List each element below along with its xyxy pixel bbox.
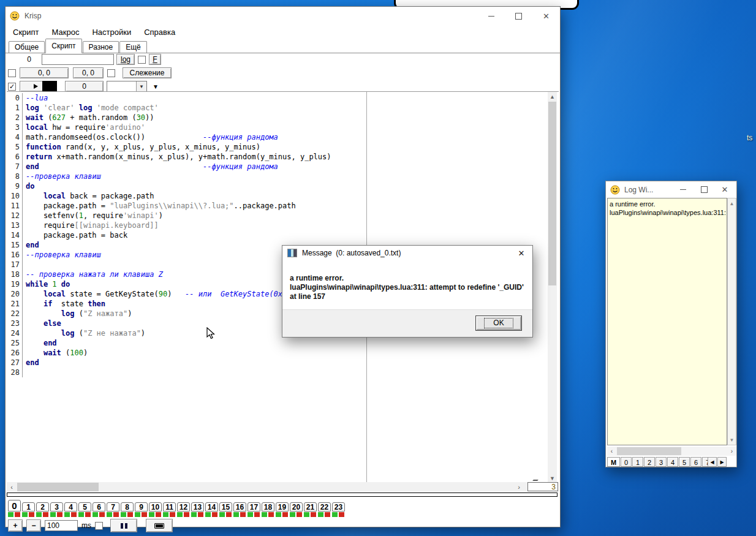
bottom-tab-2[interactable]: 2 bbox=[36, 502, 49, 511]
bottom-tab-6[interactable]: 6 bbox=[93, 502, 105, 511]
log-close-button[interactable]: ✕ bbox=[714, 181, 735, 198]
scroll-up-icon[interactable]: ▲ bbox=[548, 92, 557, 101]
vertical-scroll-thumb[interactable] bbox=[548, 102, 556, 285]
editor-vertical-scrollbar[interactable]: ▲ ▼ bbox=[548, 92, 557, 483]
macro-combobox[interactable]: ▼ bbox=[107, 81, 147, 92]
dialog-close-button[interactable]: ✕ bbox=[510, 246, 532, 260]
horizontal-scroll-thumb[interactable] bbox=[17, 483, 99, 491]
coord-button-2[interactable]: 0, 0 bbox=[73, 67, 104, 78]
scroll-left-icon[interactable]: ‹ bbox=[7, 482, 17, 492]
code-line[interactable]: 4math.randomseed(os.clock()) --функция р… bbox=[7, 132, 546, 142]
code-line[interactable]: 2wait (627 + math.random (30)) bbox=[7, 113, 546, 123]
bottom-tab-21[interactable]: 21 bbox=[304, 502, 317, 511]
plus-button[interactable]: + bbox=[8, 519, 23, 532]
bottom-tab-19[interactable]: 19 bbox=[276, 502, 289, 511]
maximize-button[interactable] bbox=[505, 7, 532, 25]
bottom-tab-5[interactable]: 5 bbox=[78, 502, 91, 511]
code-line[interactable]: 9do bbox=[7, 181, 546, 191]
f-button[interactable]: F bbox=[149, 54, 161, 65]
bottom-tab-8[interactable]: 8 bbox=[121, 502, 134, 511]
combobox-arrow-icon[interactable]: ▼ bbox=[136, 81, 146, 92]
editor-horizontal-scrollbar[interactable]: ‹ › 3 bbox=[7, 482, 559, 492]
log-tabs-prev-button[interactable]: ◀ bbox=[708, 457, 717, 467]
dialog-title-bar[interactable]: Message (0: autosaved_0.txt) ✕ bbox=[282, 246, 532, 260]
menu-script[interactable]: Скрипт bbox=[13, 28, 39, 37]
bottom-tab-0[interactable]: 0 bbox=[8, 500, 21, 511]
run-button[interactable] bbox=[20, 81, 57, 92]
loop-checkbox[interactable] bbox=[95, 522, 103, 530]
log-scroll-up-icon[interactable]: ▲ bbox=[728, 199, 736, 208]
log-scroll-right-icon[interactable]: › bbox=[727, 447, 736, 456]
bottom-tab-11[interactable]: 11 bbox=[163, 502, 176, 511]
code-line[interactable]: 1log 'clear' log 'mode compact' bbox=[7, 103, 546, 113]
coord1-checkbox[interactable] bbox=[8, 69, 16, 77]
log-tab-0[interactable]: 0 bbox=[621, 457, 632, 467]
log-tab-6[interactable]: 6 bbox=[690, 457, 701, 467]
toolbar-text-input[interactable] bbox=[42, 54, 114, 65]
log-button[interactable]: log bbox=[116, 54, 135, 65]
log-tab-M[interactable]: M bbox=[607, 457, 620, 467]
bottom-tab-20[interactable]: 20 bbox=[290, 502, 303, 511]
minimize-button[interactable] bbox=[477, 7, 505, 25]
title-bar[interactable]: Krisp ✕ bbox=[6, 7, 560, 25]
bottom-tab-13[interactable]: 13 bbox=[191, 502, 204, 511]
code-line[interactable]: 5function rand(x, y, x_plus, y_plus, x_m… bbox=[7, 142, 546, 152]
code-line[interactable]: 14 package.path = back bbox=[7, 230, 546, 240]
run-checkbox[interactable]: ✓ bbox=[8, 83, 16, 91]
tab-more[interactable]: Ещё bbox=[119, 41, 147, 53]
code-line[interactable]: 10 local back = package.path bbox=[7, 191, 546, 201]
bottom-tab-18[interactable]: 18 bbox=[262, 502, 274, 511]
menu-settings[interactable]: Настройки bbox=[92, 28, 131, 37]
scroll-right-icon[interactable]: › bbox=[514, 482, 524, 492]
code-line[interactable]: 6return x+math.random(x_minus, x_plus), … bbox=[7, 152, 546, 162]
log-tabs-next-button[interactable]: ▶ bbox=[717, 457, 727, 467]
bottom-tab-22[interactable]: 22 bbox=[318, 502, 331, 511]
close-button[interactable]: ✕ bbox=[532, 7, 560, 25]
log-minimize-button[interactable] bbox=[673, 181, 694, 198]
log-checkbox[interactable] bbox=[138, 56, 146, 64]
stop-button[interactable] bbox=[146, 519, 173, 532]
log-tab-3[interactable]: 3 bbox=[656, 457, 667, 467]
minus-button[interactable]: − bbox=[26, 519, 41, 532]
ok-button[interactable]: OK bbox=[476, 316, 521, 330]
log-tab-5[interactable]: 5 bbox=[679, 457, 690, 467]
code-line[interactable]: 28 bbox=[7, 368, 546, 377]
bottom-tab-14[interactable]: 14 bbox=[205, 502, 218, 511]
tab-misc[interactable]: Разное bbox=[83, 41, 119, 53]
code-line[interactable]: 7end --функция рандома bbox=[7, 162, 546, 172]
menu-macro[interactable]: Макрос bbox=[52, 28, 80, 37]
tracking-button[interactable]: Слежение bbox=[123, 67, 172, 78]
log-tab-1[interactable]: 1 bbox=[632, 457, 643, 467]
code-line[interactable]: 8--проверка клавиш bbox=[7, 172, 546, 181]
log-scroll-down-icon[interactable]: ▼ bbox=[728, 436, 736, 444]
log-tab-4[interactable]: 4 bbox=[667, 457, 678, 467]
menu-help[interactable]: Справка bbox=[144, 28, 175, 37]
tab-general[interactable]: Общее bbox=[9, 41, 45, 53]
log-horizontal-scrollbar[interactable]: ‹ › bbox=[607, 447, 736, 456]
interval-input[interactable] bbox=[45, 520, 78, 531]
scroll-down-icon[interactable]: ▼ bbox=[548, 474, 557, 483]
code-line[interactable]: 3local hw = require'arduino' bbox=[7, 123, 546, 132]
bottom-tab-9[interactable]: 9 bbox=[135, 502, 148, 511]
log-tab-2[interactable]: 2 bbox=[644, 457, 655, 467]
bottom-tab-15[interactable]: 15 bbox=[219, 502, 232, 511]
bottom-tab-17[interactable]: 17 bbox=[248, 502, 260, 511]
tracking-checkbox[interactable] bbox=[107, 69, 115, 77]
log-vertical-scrollbar[interactable]: ▲ ▼ bbox=[727, 198, 736, 445]
code-line[interactable]: 11 package.path = "luaPlugins\\winapi\\?… bbox=[7, 201, 546, 211]
bottom-tab-1[interactable]: 1 bbox=[22, 502, 35, 511]
code-line[interactable]: 26 wait (100) bbox=[7, 348, 546, 358]
bottom-tab-7[interactable]: 7 bbox=[107, 502, 119, 511]
pause-button[interactable] bbox=[110, 519, 137, 532]
log-horizontal-scroll-thumb[interactable] bbox=[617, 447, 681, 455]
bottom-tab-4[interactable]: 4 bbox=[64, 502, 77, 511]
bottom-tab-3[interactable]: 3 bbox=[50, 502, 63, 511]
code-line[interactable]: 27end bbox=[7, 358, 546, 368]
bottom-tab-10[interactable]: 10 bbox=[149, 502, 162, 511]
bottom-tab-16[interactable]: 16 bbox=[233, 502, 246, 511]
log-title-bar[interactable]: Log Wi... ✕ bbox=[606, 181, 736, 198]
zero-button[interactable]: 0 bbox=[65, 81, 104, 92]
code-line[interactable]: 13 require[[winapi.keyboard]] bbox=[7, 221, 546, 230]
log-maximize-button[interactable] bbox=[694, 181, 714, 198]
tab-script[interactable]: Скрипт bbox=[45, 39, 81, 53]
